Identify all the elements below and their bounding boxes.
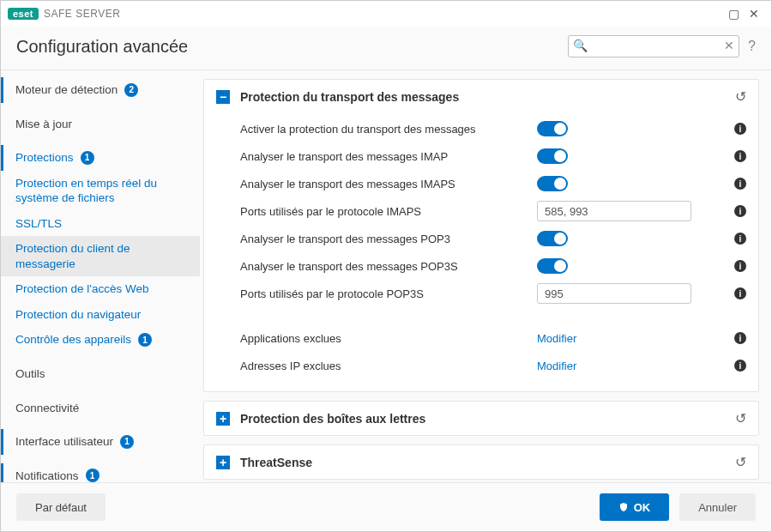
info-icon[interactable]: i (734, 150, 746, 162)
toggle-imaps[interactable] (537, 176, 568, 191)
row-imaps: Analyser le transport des messages IMAPS… (240, 170, 746, 197)
row-excluded-apps: Applications exclues Modifier i (240, 324, 746, 352)
row-label: Analyser le transport des messages IMAPS (240, 178, 537, 190)
window-close-icon[interactable]: ✕ (744, 3, 764, 24)
sidebar-item-label: Connectivité (15, 401, 79, 416)
badge: 1 (120, 435, 134, 449)
info-icon[interactable]: i (734, 287, 746, 299)
window-maximize-icon[interactable]: ▢ (723, 3, 744, 24)
sidebar-item-label: Notifications (15, 469, 79, 482)
section-header-threatsense[interactable]: + ThreatSense ↺ (204, 445, 758, 479)
badge: 2 (124, 83, 138, 97)
sidebar-item-label: Moteur de détection (15, 82, 118, 98)
sidebar-item-ssl[interactable]: SSL/TLS (1, 211, 200, 237)
badge: 1 (81, 151, 94, 165)
ok-label: OK (634, 501, 651, 514)
section-mailbox: + Protection des boîtes aux lettres ↺ (203, 401, 759, 436)
info-icon[interactable]: i (734, 260, 746, 272)
search-input[interactable] (568, 35, 739, 57)
section-threatsense: + ThreatSense ↺ (203, 444, 759, 480)
page-title: Configuration avancée (16, 37, 188, 57)
sidebar-item-label: Mise à jour (15, 117, 72, 132)
edit-excluded-apps-link[interactable]: Modifier (537, 332, 576, 345)
main-panel: − Protection du transport des messages ↺… (200, 70, 771, 482)
default-button[interactable]: Par défaut (16, 493, 106, 521)
info-icon[interactable]: i (734, 332, 746, 344)
sidebar-item-notifications[interactable]: Notifications 1 (1, 463, 200, 482)
row-label: Analyser le transport des messages POP3 (240, 233, 537, 245)
sidebar-item-label: Protection du client de messagerie (15, 241, 188, 271)
input-pop3s-ports[interactable] (537, 283, 691, 304)
row-label: Adresses IP exclues (240, 360, 537, 372)
info-icon[interactable]: i (734, 123, 746, 135)
sidebar-item-update[interactable]: Mise à jour (1, 112, 200, 137)
sidebar-item-connectivity[interactable]: Connectivité (1, 396, 200, 421)
row-label: Analyser le transport des messages POP3S (240, 260, 537, 273)
brand-badge: eset (8, 8, 39, 20)
row-label: Applications exclues (240, 332, 537, 345)
sidebar-item-web-access[interactable]: Protection de l'accès Web (1, 276, 200, 302)
titlebar: eset SAFE SERVER ▢ ✕ (1, 1, 771, 27)
app-window: eset SAFE SERVER ▢ ✕ Configuration avanc… (0, 0, 772, 532)
row-pop3: Analyser le transport des messages POP3 … (240, 225, 746, 252)
sidebar-item-tools[interactable]: Outils (1, 361, 200, 387)
product-name: SAFE SERVER (44, 8, 120, 20)
undo-icon[interactable]: ↺ (735, 410, 746, 426)
section-transport: − Protection du transport des messages ↺… (203, 79, 759, 392)
sidebar-item-label: Protection de l'accès Web (15, 281, 148, 297)
expand-icon[interactable]: + (216, 456, 230, 469)
sidebar-item-detection-engine[interactable]: Moteur de détection 2 (1, 77, 200, 103)
shield-icon (618, 501, 629, 513)
edit-excluded-ips-link[interactable]: Modifier (537, 360, 576, 372)
row-enable-transport: Activer la protection du transport des m… (240, 115, 746, 142)
undo-icon[interactable]: ↺ (735, 454, 746, 470)
sidebar-item-email-client[interactable]: Protection du client de messagerie (1, 236, 200, 276)
row-excluded-ips: Adresses IP exclues Modifier i (240, 352, 746, 379)
footer: Par défaut OK Annuler (1, 482, 771, 531)
toggle-enable-transport[interactable] (537, 121, 568, 136)
cancel-button[interactable]: Annuler (679, 493, 756, 521)
section-title: ThreatSense (240, 456, 735, 469)
row-imap: Analyser le transport des messages IMAP … (240, 142, 746, 170)
badge: 1 (138, 333, 152, 347)
section-header-mailbox[interactable]: + Protection des boîtes aux lettres ↺ (204, 402, 758, 435)
sidebar-item-label: Protection en temps réel du système de f… (15, 176, 188, 206)
sidebar-item-device-control[interactable]: Contrôle des appareils 1 (1, 327, 200, 353)
sidebar-item-label: Protection du navigateur (15, 307, 141, 323)
sidebar-item-ui[interactable]: Interface utilisateur 1 (1, 429, 200, 455)
input-imaps-ports[interactable] (537, 201, 691, 221)
section-title: Protection des boîtes aux lettres (240, 412, 735, 426)
sidebar: Moteur de détection 2 Mise à jour Protec… (1, 70, 200, 482)
row-imaps-ports: Ports utilisés par le protocole IMAPS i (240, 197, 746, 225)
toggle-pop3s[interactable] (537, 258, 568, 274)
badge: 1 (86, 469, 100, 482)
sidebar-item-label: Outils (15, 366, 45, 382)
row-label: Activer la protection du transport des m… (240, 123, 537, 136)
toggle-imap[interactable] (537, 148, 568, 164)
info-icon[interactable]: i (734, 178, 746, 190)
section-header-transport[interactable]: − Protection du transport des messages ↺ (204, 80, 758, 113)
help-icon[interactable]: ? (748, 39, 756, 54)
info-icon[interactable]: i (734, 205, 746, 217)
sidebar-item-browser[interactable]: Protection du navigateur (1, 302, 200, 328)
info-icon[interactable]: i (734, 233, 746, 245)
search-clear-icon[interactable]: ✕ (724, 39, 734, 52)
sidebar-item-label: Interface utilisateur (15, 434, 113, 450)
toggle-pop3[interactable] (537, 231, 568, 246)
sidebar-item-label: Protections (15, 150, 74, 166)
sidebar-item-label: SSL/TLS (15, 216, 62, 232)
header: Configuration avancée 🔍 ✕ ? (1, 27, 771, 70)
sidebar-item-protections[interactable]: Protections 1 (1, 145, 200, 171)
collapse-icon[interactable]: − (216, 90, 230, 104)
ok-button[interactable]: OK (600, 493, 670, 521)
search-wrap: 🔍 ✕ (568, 35, 739, 57)
info-icon[interactable]: i (734, 360, 746, 372)
section-body-transport: Activer la protection du transport des m… (204, 113, 758, 391)
row-pop3s: Analyser le transport des messages POP3S… (240, 252, 746, 280)
undo-icon[interactable]: ↺ (735, 88, 746, 105)
row-label: Ports utilisés par le protocole POP3S (240, 287, 537, 300)
body: Moteur de détection 2 Mise à jour Protec… (1, 70, 771, 482)
sidebar-item-realtime[interactable]: Protection en temps réel du système de f… (1, 171, 200, 211)
row-label: Ports utilisés par le protocole IMAPS (240, 205, 537, 218)
expand-icon[interactable]: + (216, 412, 230, 426)
